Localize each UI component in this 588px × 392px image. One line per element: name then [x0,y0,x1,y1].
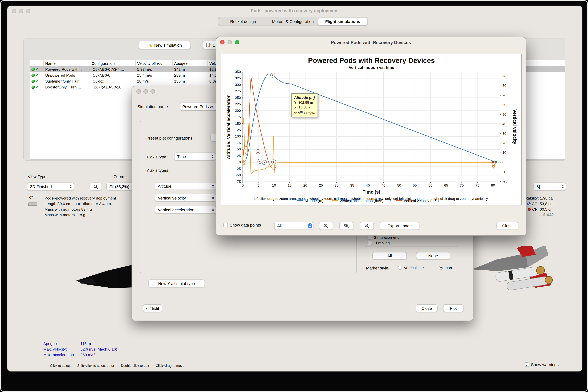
svg-text:Powered Pods with Recovery Dev: Powered Pods with Recovery Devices [308,57,435,64]
dialog-close-button[interactable]: Close [416,304,438,312]
minimize-window-icon[interactable] [143,89,148,94]
branch-combo[interactable]: All [274,222,314,230]
events-all-button[interactable]: All [372,252,407,260]
tooltip-y: Y: 302,88 m [294,100,315,105]
hint-drag: Click+drag to move [156,364,184,368]
header-velocity-off-rod[interactable]: Velocity off rod [136,60,173,66]
marker-vertical-radio[interactable] [398,266,402,270]
show-data-points-checkbox[interactable] [223,223,228,227]
status-check-icon: ✓ [36,85,39,89]
x-axis-combo[interactable]: Time [174,152,216,161]
rocket-info-mass-motors: Mass with motors 118 g [45,212,116,218]
show-warnings-checkbox[interactable]: ✓ [525,362,529,367]
event-tumbling[interactable]: Tumbling [368,240,390,245]
rocket-3d-render[interactable] [473,246,555,305]
cell-apogee: 289 m [173,72,208,78]
marker-style-label: Marker style: [366,266,389,270]
plot-close-button[interactable]: Close [496,222,518,230]
show-warnings-control[interactable]: ✓ Show warnings [525,362,558,367]
plot-area[interactable]: 05101520253035404550556065707580-75-50-2… [221,54,522,206]
show-data-points-control[interactable]: Show data points [223,223,261,227]
cell-configuration: [C6-5;;;] [90,78,136,84]
rocket-info-mass-empty: Mass with no motors 89,4 g [45,206,116,212]
svg-text:30: 30 [502,132,506,136]
export-image-button[interactable]: Export Image [380,222,419,230]
header-configuration[interactable]: Configuration [90,60,136,66]
zoom-out-icon [364,223,369,228]
zoom-in-button[interactable] [319,222,333,230]
svg-text:50: 50 [502,112,506,116]
flight-chart[interactable]: 05101520253035404550556065707580-75-50-2… [221,54,522,206]
y-axis-label: Y axis types: [146,168,169,172]
svg-text:60: 60 [429,184,432,187]
svg-text:20: 20 [303,184,307,187]
plot-hint-text: left click drag to zoom area. mouse whee… [221,196,522,201]
cp-icon [528,208,531,211]
cell-apogee: 342 m [173,66,208,72]
y-type-combo-vertical-acceleration[interactable]: Vertical acceleration [155,206,216,214]
canvas-hints: Click to select Shift+click to select ot… [50,364,184,368]
svg-text:225: 225 [235,102,241,106]
marker-icon-option[interactable]: Icon [439,266,452,270]
svg-text:20: 20 [502,141,506,145]
header-apogee[interactable]: Apogee [173,60,208,66]
svg-text:-25: -25 [236,167,241,171]
svg-text:0: 0 [239,160,241,164]
tab-rocket-design[interactable]: Rocket design [219,18,268,25]
tumbling-checkbox[interactable] [368,240,372,245]
cell-name: Unpowered Pods [44,72,90,78]
svg-text:70: 70 [502,93,506,97]
tab-motors-configuration[interactable]: Motors & Configuration [268,18,318,25]
zoom-window-icon[interactable] [150,89,155,94]
screen: Pods--powered with recovery deployment R… [0,0,588,392]
new-y-axis-button[interactable]: New Y axis plot type [148,280,205,287]
dialog-plot-label: Plot [450,306,457,310]
header-name[interactable]: Name [44,60,90,66]
zoom-in-icon [324,223,329,228]
zoom-reset-icon [344,223,349,228]
tooltip-sample: 313rd sample [294,110,315,116]
dialog-close-label: Close [421,306,432,310]
dialog-plot-button[interactable]: Plot [443,304,463,312]
branch-combo-value: All [277,224,281,228]
mach-value: at M=0,30 [524,212,553,218]
marker-icon-radio[interactable] [439,266,443,270]
new-simulation-button[interactable]: New simulation [139,41,190,49]
main-tabbar: Rocket design Motors & Configuration Fli… [218,17,368,26]
svg-text:80: 80 [491,184,495,187]
hint-double-click: Double-click to edit [121,364,149,368]
svg-text:55: 55 [413,184,417,187]
marker-vertical-option[interactable]: Vertical line [398,266,424,270]
tumbling-label: Tumbling [374,240,390,245]
row-status: ✓ [30,66,44,72]
svg-text:50: 50 [397,184,401,187]
cell-velocity-off-rod: 5,33 m/s [136,66,173,72]
rotation-slider[interactable] [28,202,37,206]
svg-text:15: 15 [288,184,291,187]
svg-text:275: 275 [235,89,241,93]
y-type-combo-altitude[interactable]: Altitude [155,182,216,190]
show-warnings-label: Show warnings [531,362,558,367]
svg-text:80: 80 [502,84,506,88]
svg-text:150: 150 [235,122,241,126]
tab-flight-simulations[interactable]: Flight simulations [318,18,367,25]
configuration-combo[interactable]: 3] [533,182,566,191]
zoom-out-button[interactable] [360,222,374,230]
status-check-icon: ✓ [36,67,39,71]
main-titlebar[interactable]: Pods--powered with recovery deployment [8,6,582,16]
x-axis-label: X axis type: [146,155,167,159]
cp-row: CP: 60,5 cm [524,206,553,212]
close-window-icon[interactable] [136,89,141,94]
view-type-combo[interactable]: 3D Finished [27,182,74,191]
tooltip-title: Altitude (m) [294,95,315,100]
chevron-updown-icon [212,208,214,212]
zoom-reset-button[interactable] [339,222,354,230]
edit-back-button[interactable]: << Edit [143,304,162,312]
y-type-combo-vertical-velocity[interactable]: Vertical velocity [155,194,216,202]
cell-apogee: 130 m [173,78,208,84]
edit-simulation-label: E [213,43,215,47]
svg-text:30: 30 [335,184,339,187]
events-none-button[interactable]: None [416,252,450,260]
zoom-menu-button[interactable] [90,182,102,191]
rocket-3d-view[interactable] [59,258,141,295]
